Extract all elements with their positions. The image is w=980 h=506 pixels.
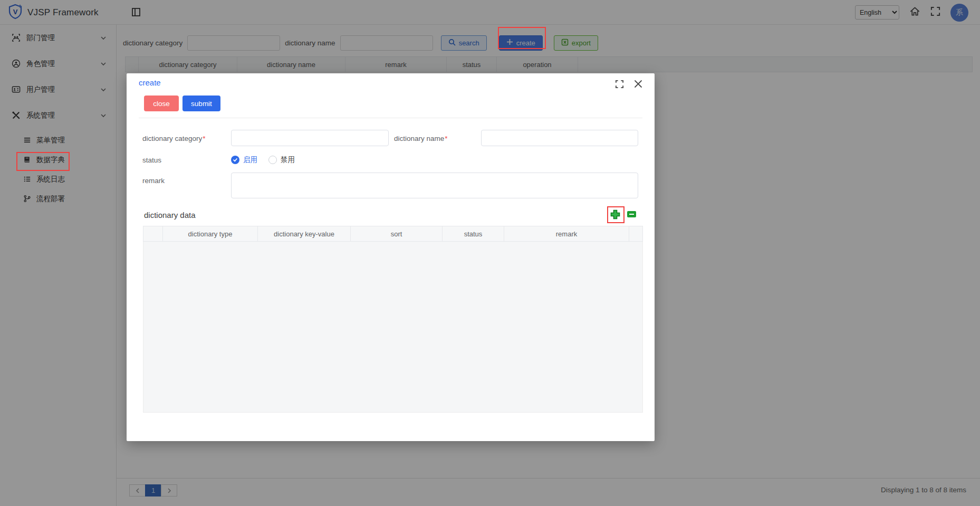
category-field-input[interactable] [231,130,389,146]
column-header[interactable]: dictionary key-value [258,226,351,241]
status-field-label: status [142,156,161,164]
create-dialog: create close submit dictionary category*… [127,73,655,441]
status-radio-group: 启用 禁用 [231,155,295,165]
dialog-title: create [139,78,161,87]
column-header[interactable]: sort [351,226,443,241]
radio-disabled-label[interactable]: 禁用 [281,155,295,165]
submit-button[interactable]: submit [182,96,220,111]
column-header[interactable]: status [443,226,504,241]
remove-row-icon[interactable] [627,211,636,217]
column-header-filler [629,226,642,241]
dialog-close-icon[interactable] [633,79,643,89]
dict-table-empty-body [143,242,643,413]
divider [139,118,642,118]
dictionary-data-table: dictionary type dictionary key-value sor… [143,226,643,413]
add-row-icon[interactable] [610,209,621,220]
dictionary-data-section-title: dictionary data [144,211,196,219]
remark-field-label: remark [142,177,165,185]
name-field-label: dictionary name* [394,135,448,142]
radio-enabled-label[interactable]: 启用 [243,155,257,165]
required-marker: * [203,135,205,142]
required-marker: * [445,135,447,142]
column-header[interactable]: dictionary type [163,226,258,241]
dict-table-header-row: dictionary type dictionary key-value sor… [143,226,643,242]
radio-enabled-checked[interactable] [231,156,239,164]
dialog-fullscreen-icon[interactable] [615,80,624,89]
column-header[interactable]: remark [504,226,629,241]
category-field-label: dictionary category* [142,135,206,142]
radio-disabled-unchecked[interactable] [268,156,277,164]
close-button[interactable]: close [144,96,179,111]
remark-field-textarea[interactable] [231,173,638,198]
row-handle-column-header [143,226,163,241]
name-field-input[interactable] [481,130,638,146]
